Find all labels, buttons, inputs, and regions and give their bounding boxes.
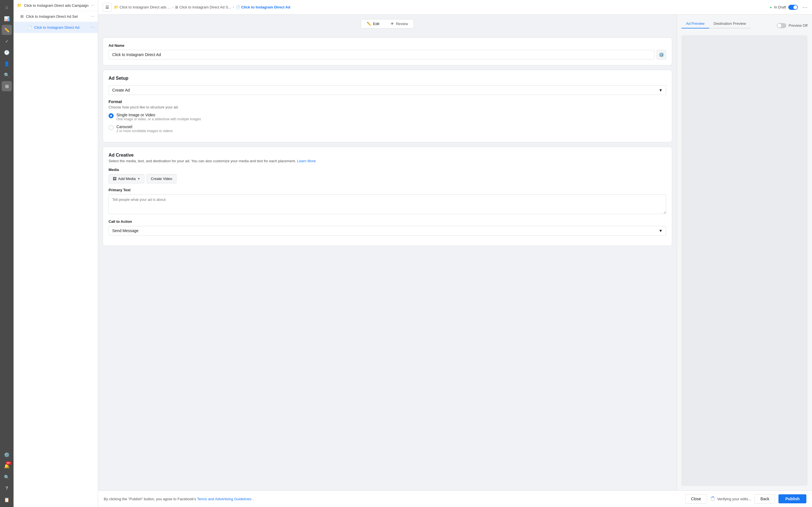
ad-creative-card: Ad Creative Select the media, text, and … [103,147,672,246]
icon-bar: ⌂ 📊 ✏️ ✓ 🕐 👤 🔍 ⊞ ⚙️ 🔔 99+ 🔍 ? 📋 [0,0,13,507]
adset-more-icon[interactable]: ··· [91,14,94,19]
sidebar: 📁 Click to Instagram Direct ads Campaign… [13,0,98,507]
notification-icon[interactable]: 🔔 99+ [2,461,12,471]
radio-single-image[interactable]: Single Image or Video One image or video… [109,113,666,121]
add-media-chevron-icon: ▼ [137,177,140,180]
status-dot-icon: ● [770,5,772,9]
verifying-status: Verifying your edits... [711,497,751,501]
learn-more-link[interactable]: Learn More [297,159,315,163]
ad-name-label: Ad Name [109,43,666,48]
draft-toggle[interactable] [788,5,798,10]
campaign-more-icon[interactable]: ··· [91,3,94,8]
tab-edit[interactable]: ✏️ Edit [361,19,385,28]
radio-carousel-circle[interactable] [109,125,114,130]
folder-icon: 📁 [17,3,22,8]
help-icon[interactable]: ? [2,483,12,494]
preview-tabs: Ad Preview Destination Preview [681,19,751,29]
edit-panel: ✏️ Edit 👁 Review Ad Name ⚙️ [98,15,677,490]
terms-link[interactable]: Terms and Advertising Guidelines [197,497,252,501]
create-video-button[interactable]: Create Video [147,174,176,183]
grid-icon: ⊞ [20,14,24,18]
breadcrumb-sep-1: › [172,5,173,9]
cta-dropdown[interactable]: Send Message ▼ [109,226,666,235]
add-media-button[interactable]: 🖼 Add Media ▼ [109,174,144,183]
preview-tabs-row: Ad Preview Destination Preview Preview O… [681,19,808,32]
publish-button[interactable]: Publish [778,494,806,503]
radio-single-image-text: Single Image or Video One image or video… [116,113,201,121]
tab-destination-preview[interactable]: Destination Preview [709,19,751,29]
breadcrumb-sep-2: › [233,5,234,9]
breadcrumb-campaign[interactable]: 📁 Click to Instagram Direct ads ... [114,5,170,9]
radio-single-image-circle[interactable] [109,113,114,118]
sidebar-item-adset-label: Click to Instagram Direct Ad Set [26,14,91,18]
chart-icon[interactable]: 📊 [2,13,12,24]
preview-panel: Ad Preview Destination Preview Preview O… [677,15,812,490]
radio-carousel-text: Carousel 2 or more scrollable images or … [116,124,172,133]
sidebar-item-ad[interactable]: 📄 Click to Instagram Direct Ad ··· [13,22,98,33]
book-icon[interactable]: 📋 [2,495,12,505]
main-area: ☰ 📁 Click to Instagram Direct ads ... › … [98,0,812,507]
grid-view-icon[interactable]: ⊞ [2,81,12,91]
cta-dropdown-chevron-icon: ▼ [659,228,663,233]
person-icon[interactable]: 👤 [2,59,12,69]
sidebar-item-adset[interactable]: ⊞ Click to Instagram Direct Ad Set ··· [13,11,98,22]
primary-text-label: Primary Text [109,188,666,192]
search-icon[interactable]: 🔍 [2,70,12,80]
media-label: Media [109,168,666,172]
dropdown-chevron-icon: ▼ [659,88,663,93]
breadcrumb-folder-icon: 📁 [114,5,118,9]
tab-review[interactable]: 👁 Review [385,19,414,28]
home-icon[interactable]: ⌂ [2,2,12,12]
add-media-icon: 🖼 [113,177,116,181]
ad-setup-card: Ad Setup Create Ad ▼ Format Choose how y… [103,70,672,142]
radio-carousel[interactable]: Carousel 2 or more scrollable images or … [109,124,666,133]
breadcrumb-adset[interactable]: ⊞ Click to Instagram Direct Ad S... [175,5,231,9]
close-button[interactable]: Close [685,494,707,504]
preview-off-toggle[interactable] [777,23,786,28]
menu-icon[interactable]: ☰ [103,3,112,12]
preview-content-area [681,35,808,486]
ad-name-row: ⚙️ [109,50,666,59]
topbar-status-area: ● In Draft ⋯ [770,4,808,10]
doc-icon: 📄 [27,25,32,30]
ad-name-settings-button[interactable]: ⚙️ [657,50,666,59]
bottom-bar: By clicking the "Publish" button, you ag… [98,490,812,507]
format-subtitle: Choose how you'd like to structure your … [109,105,666,109]
tab-ad-preview[interactable]: Ad Preview [681,19,709,29]
topbar-more-icon[interactable]: ⋯ [802,4,808,10]
bottom-terms-text: By clicking the "Publish" button, you ag… [104,497,682,501]
edit-review-tabs: ✏️ Edit 👁 Review [361,19,414,29]
notification-badge: 99+ [6,461,11,465]
edit-pencil-icon[interactable]: ✏️ [2,25,12,35]
preview-toggle-area: Preview Off [777,23,808,28]
breadcrumb-ad[interactable]: 📄 Click to Instagram Direct Ad [236,5,290,9]
review-tab-icon: 👁 [391,22,394,26]
cta-label: Call to Action [109,219,666,224]
preview-off-label: Preview Off [789,23,808,27]
primary-text-input[interactable] [109,194,666,214]
status-text: In Draft [774,5,786,9]
search-bottom-icon[interactable]: 🔍 [2,472,12,482]
sidebar-item-campaign-label: Click to Instagram Direct ads Campaign [24,3,91,8]
verifying-spinner [711,497,715,501]
ad-more-icon[interactable]: ··· [91,25,94,30]
breadcrumb: 📁 Click to Instagram Direct ads ... › ⊞ … [114,5,767,9]
create-ad-dropdown[interactable]: Create Ad ▼ [109,86,666,95]
ad-name-input[interactable] [109,50,654,59]
breadcrumb-doc-icon: 📄 [236,5,240,9]
content-area: ✏️ Edit 👁 Review Ad Name ⚙️ [98,15,812,490]
sidebar-item-campaign[interactable]: 📁 Click to Instagram Direct ads Campaign… [13,0,98,11]
check-icon[interactable]: ✓ [2,36,12,46]
format-label: Format [109,100,666,104]
ad-name-card: Ad Name ⚙️ [103,38,672,65]
clock-icon[interactable]: 🕐 [2,47,12,57]
sidebar-item-ad-label: Click to Instagram Direct Ad [34,25,91,30]
ad-creative-desc: Select the media, text, and destination … [109,159,666,163]
media-buttons: 🖼 Add Media ▼ Create Video [109,174,666,183]
topbar: ☰ 📁 Click to Instagram Direct ads ... › … [98,0,812,15]
back-button[interactable]: Back [755,494,775,504]
settings-icon[interactable]: ⚙️ [2,450,12,460]
ad-setup-title: Ad Setup [109,76,666,81]
breadcrumb-grid-icon: ⊞ [175,5,178,9]
edit-tab-icon: ✏️ [367,22,371,26]
